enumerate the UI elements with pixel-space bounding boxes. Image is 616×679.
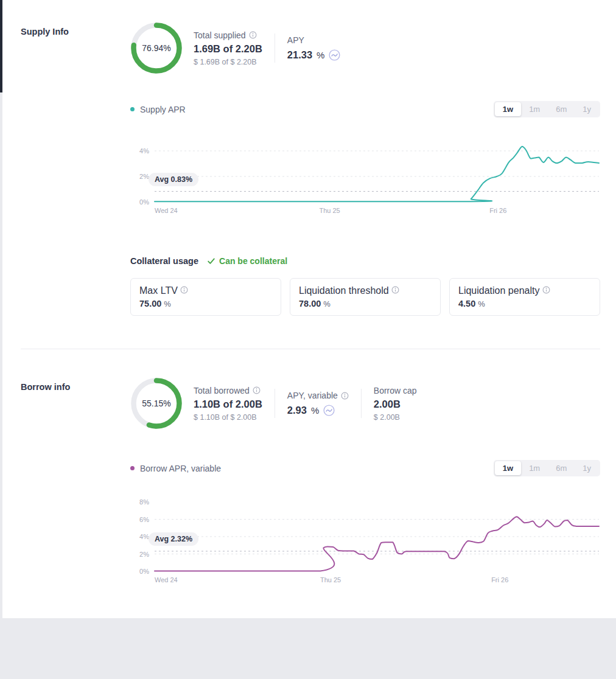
svg-text:Thu 25: Thu 25 bbox=[320, 576, 341, 583]
supply-apy-metric: APY 21.33 % bbox=[287, 35, 341, 61]
merit-rewards-icon[interactable] bbox=[329, 49, 340, 61]
supply-info-row: 76.94% Total supplied 1.69B of 2.20B $ 1… bbox=[130, 22, 600, 74]
svg-text:0%: 0% bbox=[139, 568, 149, 575]
max-ltv-value: 75.00 bbox=[139, 299, 161, 308]
svg-text:Fri 26: Fri 26 bbox=[489, 207, 506, 214]
percent-unit: % bbox=[323, 299, 331, 308]
total-borrowed-metric: Total borrowed 1.10B of 2.00B $ 1.10B of… bbox=[194, 386, 262, 422]
supply-donut: 76.94% bbox=[130, 22, 183, 74]
total-supplied-usd: $ 1.69B of $ 2.20B bbox=[194, 58, 262, 66]
svg-text:0%: 0% bbox=[139, 198, 149, 206]
liquidation-penalty-value: 4.50 bbox=[458, 299, 475, 308]
supply-section: Supply Info 76.94% Total supplied bbox=[21, 22, 600, 316]
borrow-apy-label: APY, variable bbox=[287, 391, 338, 400]
borrow-apy-value: 2.93 bbox=[287, 405, 307, 416]
borrow-section-content: 55.15% Total borrowed 1.10B of 2.00B $ 1… bbox=[130, 377, 600, 593]
can-be-collateral-status: Can be collateral bbox=[207, 256, 287, 266]
borrow-donut-percentage: 55.15% bbox=[130, 377, 183, 430]
borrow-section-label: Borrow info bbox=[21, 377, 130, 593]
borrow-legend-label: Borrow APR, variable bbox=[140, 464, 221, 473]
supply-legend-label: Supply APR bbox=[140, 105, 186, 114]
info-icon[interactable] bbox=[341, 392, 349, 400]
max-ltv-card: Max LTV 75.00 % bbox=[130, 278, 281, 316]
borrow-avg-badge: Avg 2.32% bbox=[149, 532, 198, 546]
liquidation-threshold-value: 78.00 bbox=[299, 299, 321, 308]
reserve-page: { "header": { "token_label": "USDT0", "t… bbox=[0, 0, 616, 679]
borrow-info-row: 55.15% Total borrowed 1.10B of 2.00B $ 1… bbox=[130, 377, 600, 430]
svg-text:Fri 26: Fri 26 bbox=[491, 576, 508, 583]
info-icon[interactable] bbox=[180, 286, 188, 294]
liquidation-threshold-label: Liquidation threshold bbox=[299, 285, 389, 296]
borrow-apy-metric: APY, variable 2.93 % bbox=[287, 391, 349, 416]
section-divider bbox=[21, 349, 600, 349]
supply-range-selector: 1w 1m 6m 1y bbox=[494, 101, 600, 117]
liquidation-penalty-label: Liquidation penalty bbox=[458, 285, 539, 296]
collateral-status-label: Can be collateral bbox=[219, 256, 287, 266]
supply-apr-legend: Supply APR bbox=[130, 105, 186, 114]
vertical-divider bbox=[361, 389, 362, 418]
svg-text:4%: 4% bbox=[139, 533, 149, 540]
liquidation-threshold-card: Liquidation threshold 78.00 % bbox=[290, 278, 441, 316]
percent-unit: % bbox=[478, 299, 485, 308]
collateral-usage-block: Collateral usage Can be collateral Max L… bbox=[130, 256, 600, 316]
info-icon[interactable] bbox=[542, 286, 550, 294]
borrow-range-1y[interactable]: 1y bbox=[575, 461, 599, 475]
check-icon bbox=[207, 257, 215, 265]
vertical-divider bbox=[275, 389, 275, 418]
info-icon[interactable] bbox=[249, 31, 257, 39]
svg-text:8%: 8% bbox=[139, 498, 149, 506]
svg-text:4%: 4% bbox=[139, 147, 149, 155]
total-supplied-metric: Total supplied 1.69B of 2.20B $ 1.69B of… bbox=[194, 30, 262, 66]
borrow-donut: 55.15% bbox=[130, 377, 183, 430]
borrow-apy-unit: % bbox=[311, 405, 319, 416]
merit-rewards-icon[interactable] bbox=[323, 405, 335, 416]
borrow-legend-dot bbox=[130, 466, 135, 470]
borrow-cap-metric: Borrow cap 2.00B $ 2.00B bbox=[374, 386, 417, 422]
supply-range-6m[interactable]: 6m bbox=[548, 102, 575, 116]
borrow-range-6m[interactable]: 6m bbox=[548, 461, 575, 475]
svg-text:6%: 6% bbox=[139, 516, 149, 523]
svg-text:Wed 24: Wed 24 bbox=[155, 576, 178, 583]
max-ltv-label: Max LTV bbox=[139, 285, 178, 296]
svg-text:Wed 24: Wed 24 bbox=[155, 207, 178, 214]
borrow-cap-value: 2.00B bbox=[374, 399, 417, 410]
borrow-cap-usd: $ 2.00B bbox=[374, 413, 417, 422]
info-icon[interactable] bbox=[391, 286, 399, 294]
vertical-divider bbox=[275, 33, 275, 63]
supply-range-1m[interactable]: 1m bbox=[521, 102, 548, 116]
supply-avg-badge: Avg 0.83% bbox=[149, 173, 198, 186]
borrow-range-1w[interactable]: 1w bbox=[495, 461, 521, 475]
svg-text:Thu 25: Thu 25 bbox=[319, 207, 340, 214]
apy-value: 21.33 bbox=[287, 49, 312, 61]
supply-apr-chart[interactable]: 0%2%4%Wed 24Thu 25Fri 26 Avg 0.83% bbox=[130, 130, 600, 223]
total-borrowed-label: Total borrowed bbox=[194, 386, 250, 395]
percent-unit: % bbox=[164, 299, 171, 308]
liquidation-penalty-card: Liquidation penalty 4.50 % bbox=[449, 278, 600, 316]
total-borrowed-value: 1.10B of 2.00B bbox=[194, 399, 262, 410]
borrow-range-1m[interactable]: 1m bbox=[521, 461, 548, 475]
total-supplied-label: Total supplied bbox=[194, 30, 246, 40]
borrow-cap-label: Borrow cap bbox=[374, 386, 417, 395]
borrow-apr-legend: Borrow APR, variable bbox=[130, 464, 221, 473]
reserve-status-panel: Reserve status & configuration Supply In… bbox=[2, 0, 616, 618]
supply-range-1y[interactable]: 1y bbox=[575, 102, 599, 116]
borrow-chart-header: Borrow APR, variable 1w 1m 6m 1y bbox=[130, 460, 600, 476]
total-supplied-value: 1.69B of 2.20B bbox=[194, 43, 262, 55]
apy-unit: % bbox=[317, 50, 324, 60]
svg-text:2%: 2% bbox=[139, 551, 149, 558]
borrow-range-selector: 1w 1m 6m 1y bbox=[494, 460, 600, 476]
collateral-cards: Max LTV 75.00 % bbox=[130, 278, 600, 316]
apy-label: APY bbox=[287, 35, 304, 45]
supply-chart-header: Supply APR 1w 1m 6m 1y bbox=[130, 101, 600, 117]
info-icon[interactable] bbox=[253, 386, 261, 394]
borrow-apr-chart[interactable]: 0%2%4%6%8%Wed 24Thu 25Fri 26 Avg 2.32% bbox=[130, 489, 600, 593]
svg-text:2%: 2% bbox=[139, 173, 149, 180]
borrow-section: Borrow info 55.15% Total borrowed bbox=[21, 377, 600, 593]
collateral-usage-title: Collateral usage bbox=[130, 256, 198, 266]
supply-section-label: Supply Info bbox=[21, 22, 130, 316]
total-borrowed-usd: $ 1.10B of $ 2.00B bbox=[194, 413, 262, 422]
supply-donut-percentage: 76.94% bbox=[130, 22, 183, 74]
supply-legend-dot bbox=[130, 107, 135, 111]
supply-section-content: 76.94% Total supplied 1.69B of 2.20B $ 1… bbox=[130, 22, 600, 316]
supply-range-1w[interactable]: 1w bbox=[495, 102, 521, 116]
